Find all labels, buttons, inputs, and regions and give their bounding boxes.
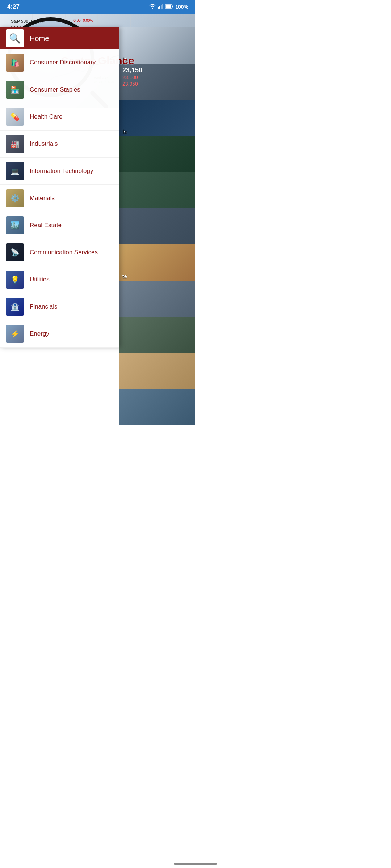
drawer-item-financials[interactable]: 🏦Financials <box>0 293 119 320</box>
materials-label: Materials <box>30 195 55 202</box>
thumb-5 <box>119 172 196 208</box>
energy-label: Energy <box>30 330 49 337</box>
financials-icon: 🏦 <box>6 298 24 316</box>
drawer-item-industrials[interactable]: 🏭Industrials <box>0 131 119 158</box>
materials-icon: ⚙️ <box>6 189 24 207</box>
home-icon-container: 🔍 <box>6 29 24 47</box>
information-technology-icon: 💻 <box>6 162 24 180</box>
drawer-item-communication-services[interactable]: 📡Communication Services <box>0 239 119 266</box>
svg-rect-3 <box>162 4 163 9</box>
signal-icon <box>158 4 163 10</box>
drawer-item-energy[interactable]: ⚡Energy <box>0 320 119 348</box>
information-technology-label: Information Technology <box>30 167 93 175</box>
health-care-label: Health Care <box>30 113 63 120</box>
drawer-item-consumer-discretionary[interactable]: 🛍️Consumer Discretionary <box>0 49 119 76</box>
thumb-11 <box>119 389 196 425</box>
svg-rect-2 <box>161 5 162 9</box>
energy-icon: ⚡ <box>6 325 24 343</box>
drawer-item-consumer-staples[interactable]: 🏪Consumer Staples <box>0 76 119 103</box>
battery-icon <box>165 4 173 10</box>
thumb-7: te <box>119 244 196 281</box>
svg-rect-1 <box>159 6 160 9</box>
drawer-item-information-technology[interactable]: 💻Information Technology <box>0 158 119 185</box>
consumer-staples-label: Consumer Staples <box>30 86 80 93</box>
thumb-4 <box>119 136 196 172</box>
wifi-icon <box>149 4 156 10</box>
thumb-6 <box>119 208 196 244</box>
industrials-icon: 🏭 <box>6 135 24 153</box>
real-estate-label: Real Estate <box>30 222 62 229</box>
consumer-staples-icon: 🏪 <box>6 81 24 99</box>
industrials-label: Industrials <box>30 140 58 148</box>
right-thumbnails: ls 23,150 23,100 23,050 ls te <box>119 27 196 425</box>
thumb-10 <box>119 353 196 389</box>
home-label: Home <box>30 34 49 43</box>
status-time: 4:27 <box>7 3 20 10</box>
drawer-item-utilities[interactable]: 💡Utilities <box>0 266 119 293</box>
communication-services-label: Communication Services <box>30 249 98 256</box>
consumer-discretionary-icon: 🛍️ <box>6 54 24 72</box>
svg-rect-0 <box>158 7 159 9</box>
svg-rect-5 <box>172 6 173 8</box>
drawer-item-health-care[interactable]: 💊Health Care <box>0 103 119 131</box>
thumb-3: ls <box>119 100 196 136</box>
financials-label: Financials <box>30 303 58 310</box>
utilities-icon: 💡 <box>6 271 24 289</box>
status-icons: 100% <box>149 4 188 10</box>
health-care-icon: 💊 <box>6 108 24 126</box>
drawer-item-real-estate[interactable]: 🏙️Real Estate <box>0 212 119 239</box>
consumer-discretionary-label: Consumer Discretionary <box>30 59 96 66</box>
utilities-label: Utilities <box>30 276 50 283</box>
real-estate-icon: 🏙️ <box>6 216 24 234</box>
svg-rect-6 <box>166 5 171 8</box>
drawer-item-materials[interactable]: ⚙️Materials <box>0 185 119 212</box>
status-bar: 4:27 100% <box>0 0 196 14</box>
thumb-8 <box>119 281 196 317</box>
thumb-2: 23,150 23,100 23,050 <box>119 64 196 100</box>
drawer-home-item[interactable]: 🔍 Home <box>0 27 119 49</box>
drawer-items-list: 🛍️Consumer Discretionary🏪Consumer Staple… <box>0 49 119 348</box>
communication-services-icon: 📡 <box>6 243 24 261</box>
magnifier-icon: 🔍 <box>9 33 21 44</box>
battery-percent: 100% <box>175 4 188 10</box>
navigation-drawer: 🔍 Home 🛍️Consumer Discretionary🏪Consumer… <box>0 27 119 348</box>
thumb-9 <box>119 317 196 353</box>
